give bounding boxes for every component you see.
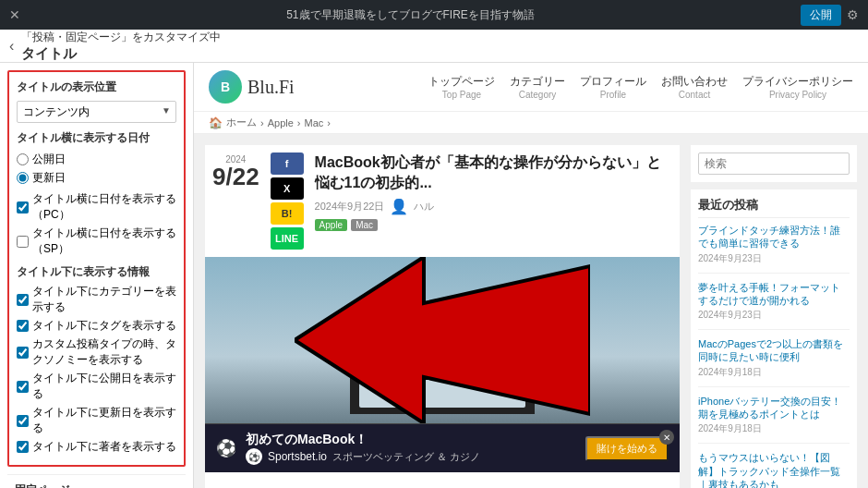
second-bar: ‹ 「投稿・固定ページ」をカスタマイズ中 タイトル	[0, 30, 868, 63]
radio-updated[interactable]	[17, 172, 29, 184]
publish-button[interactable]: 公開	[801, 5, 841, 26]
article-author: ハル	[414, 200, 434, 214]
post-date-0: 2024年9月23日	[698, 252, 850, 265]
article-date-text: 2024年9月22日	[315, 200, 385, 214]
post-date-3: 2024年9月18日	[698, 422, 850, 435]
checkbox-category-label[interactable]: タイトル下にカテゴリーを表示する	[17, 284, 176, 315]
site-logo-icon: B	[209, 70, 242, 104]
recent-posts-section: 最近の投稿 ブラインドタッチ練習方法！誰でも簡単に習得できる 2024年9月23…	[691, 189, 857, 488]
bookmark-button[interactable]: B!	[271, 202, 304, 225]
nav-category[interactable]: カテゴリー Category	[510, 74, 565, 100]
breadcrumb-apple[interactable]: Apple	[268, 117, 294, 128]
gear-icon[interactable]: ⚙	[847, 7, 859, 22]
breadcrumb: 🏠 ホーム › Apple › Mac ›	[194, 112, 868, 134]
ad-subtitle: スポーツベッティング ＆ カジノ	[332, 450, 480, 464]
post-date-2: 2024年9月18日	[698, 366, 850, 379]
nav-privacy[interactable]: プライバシーポリシー Privacy Policy	[742, 74, 853, 100]
ad-brand: Sportsbet.io	[268, 450, 327, 463]
tag-apple[interactable]: Apple	[315, 219, 348, 231]
left-panel: タイトルの表示位置 コンテンツ内 ヘッダー内 非表示 タイトル横に表示する日付 …	[0, 63, 194, 488]
checkbox-tag[interactable]	[17, 320, 29, 332]
article-title-block: MacBook初心者が「基本的な操作が分からない」と悩む11の初歩的... 20…	[307, 145, 680, 257]
date-radio-group: 公開日 更新日	[17, 152, 176, 186]
ad-start-button[interactable]: 賭けを始める	[585, 436, 669, 461]
article-tags: Apple Mac	[315, 219, 672, 231]
breadcrumb-home[interactable]: ホーム	[226, 116, 257, 129]
ad-close-button[interactable]: ✕	[659, 430, 674, 445]
article-header: 2024 9/22 f X B! LINE MacBook初心者が「基本的な操作…	[205, 145, 680, 257]
recent-posts-title: 最近の投稿	[698, 197, 850, 218]
sidebar-search-area	[691, 145, 857, 182]
checkbox-author-label[interactable]: タイトル下に著者を表示する	[17, 439, 176, 455]
checkbox-update-date[interactable]	[17, 415, 29, 427]
sidebar: 最近の投稿 ブラインドタッチ練習方法！誰でも簡単に習得できる 2024年9月23…	[691, 145, 857, 488]
article-image-area	[205, 257, 680, 423]
breadcrumb-mac[interactable]: Mac	[304, 117, 323, 128]
facebook-button[interactable]: f	[271, 152, 304, 175]
site-logo-area: B Blu.Fi	[209, 70, 295, 104]
checkbox-date-pc[interactable]	[17, 201, 29, 214]
title-position-select[interactable]: コンテンツ内 ヘッダー内 非表示	[17, 101, 176, 123]
article-area: 2024 9/22 f X B! LINE MacBook初心者が「基本的な操作…	[194, 134, 868, 488]
line-button[interactable]: LINE	[271, 227, 304, 250]
post-date-1: 2024年9月23日	[698, 309, 850, 322]
post-title-4[interactable]: もうマウスはいらない！【図解】トラックパッド全操作一覧｜裏技もあるかも	[698, 451, 850, 488]
checkbox-author[interactable]	[17, 441, 29, 453]
nav-contact[interactable]: お問い合わせ Contact	[661, 74, 728, 100]
radio-updated-label[interactable]: 更新日	[17, 170, 176, 186]
top-bar: ✕ 51歳で早期退職をしてブログでFIREを目指す物語 公開 ⚙	[0, 0, 868, 30]
checkbox-date-sp-label[interactable]: タイトル横に日付を表示する（SP）	[17, 226, 176, 257]
checkbox-category[interactable]	[17, 294, 29, 306]
back-arrow-icon[interactable]: ‹	[9, 38, 14, 55]
checkbox-date-sp[interactable]	[17, 236, 29, 248]
panel-title: タイトル	[21, 45, 221, 63]
date-display-label: タイトル横に表示する日付	[17, 130, 176, 146]
fixed-page-section: 固定ページ コントロールを非表示	[7, 474, 186, 488]
checkbox-update-date-label[interactable]: タイトル下に更新日を表示する	[17, 405, 176, 436]
title-position-select-wrap: コンテンツ内 ヘッダー内 非表示	[17, 101, 176, 123]
article-image-placeholder	[205, 257, 680, 423]
radio-published-label[interactable]: 公開日	[17, 152, 176, 167]
post-title-0[interactable]: ブラインドタッチ練習方法！誰でも簡単に習得できる	[698, 224, 850, 250]
sportsbet-logo-icon: ⚽	[246, 448, 262, 465]
title-position-label: タイトルの表示位置	[17, 79, 176, 95]
close-icon[interactable]: ✕	[9, 7, 20, 22]
nav-profile[interactable]: プロフィール Profile	[580, 74, 646, 100]
checkbox-date-pc-label[interactable]: タイトル横に日付を表示する（PC）	[17, 191, 176, 223]
twitter-button[interactable]: X	[271, 177, 304, 200]
article-main: 2024 9/22 f X B! LINE MacBook初心者が「基本的な操作…	[205, 145, 680, 488]
top-bar-left: ✕	[9, 7, 20, 22]
nav-top-page[interactable]: トップページ Top Page	[428, 74, 495, 100]
article-date: 2024 9/22	[205, 145, 267, 257]
ad-text-block: 初めてのMacBook！ ⚽ Sportsbet.io スポーツベッティング ＆…	[246, 432, 576, 465]
site-logo-text: Blu.Fi	[247, 77, 295, 98]
customize-link-text[interactable]: 「投稿・固定ページ」をカスタマイズ中	[21, 30, 221, 45]
tag-mac[interactable]: Mac	[351, 219, 378, 231]
site-nav: トップページ Top Page カテゴリー Category プロフィール Pr…	[428, 74, 853, 100]
below-title-label: タイトル下に表示する情報	[17, 264, 176, 280]
article-meta: 2024年9月22日 👤 ハル	[315, 198, 672, 215]
checkbox-tag-label[interactable]: タイトル下にタグを表示する	[17, 318, 176, 334]
checkbox-custom-post-label[interactable]: カスタム投稿タイプの時、タクソノミーを表示する	[17, 336, 176, 368]
list-item: 夢を叶える手帳！フォーマットするだけで道が開かれる 2024年9月23日	[698, 281, 850, 331]
home-icon: 🏠	[209, 116, 223, 129]
post-title-1[interactable]: 夢を叶える手帳！フォーマットするだけで道が開かれる	[698, 281, 850, 308]
site-header: B Blu.Fi トップページ Top Page カテゴリー Category …	[194, 63, 868, 112]
list-item: MacのPagesで2つ以上の書類を同時に見たい時に便利 2024年9月18日	[698, 337, 850, 387]
fixed-page-label: 固定ページ	[15, 482, 178, 488]
checkbox-custom-post[interactable]	[17, 347, 29, 359]
list-item: ブラインドタッチ練習方法！誰でも簡単に習得できる 2024年9月23日	[698, 224, 850, 274]
ad-title: 初めてのMacBook！	[246, 432, 576, 448]
list-item: もうマウスはいらない！【図解】トラックパッド全操作一覧｜裏技もあるかも 2024…	[698, 451, 850, 488]
radio-published[interactable]	[17, 153, 29, 165]
post-title-3[interactable]: iPhoneバッテリー交換の目安！期を見極めるポイントとは	[698, 395, 850, 421]
main-layout: タイトルの表示位置 コンテンツ内 ヘッダー内 非表示 タイトル横に表示する日付 …	[0, 63, 868, 488]
article-day: 9/22	[212, 165, 259, 189]
checkbox-publish-date[interactable]	[17, 381, 29, 393]
post-title-2[interactable]: MacのPagesで2つ以上の書類を同時に見たい時に便利	[698, 337, 850, 364]
search-input[interactable]	[698, 152, 850, 175]
title-position-section: タイトルの表示位置 コンテンツ内 ヘッダー内 非表示 タイトル横に表示する日付 …	[7, 70, 186, 467]
right-content: B Blu.Fi トップページ Top Page カテゴリー Category …	[194, 63, 868, 488]
checkbox-publish-date-label[interactable]: タイトル下に公開日を表示する	[17, 371, 176, 402]
article-title: MacBook初心者が「基本的な操作が分からない」と悩む11の初歩的...	[315, 152, 672, 194]
